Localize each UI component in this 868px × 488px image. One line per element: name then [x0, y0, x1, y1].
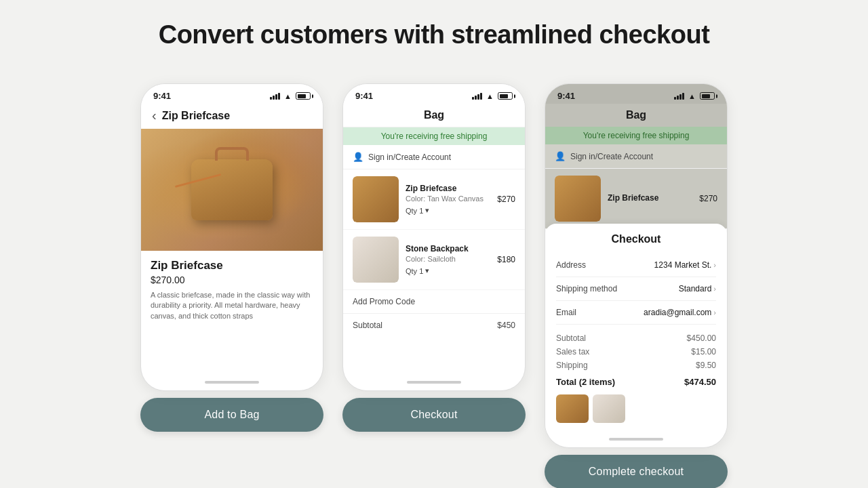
item-color-2: Color: Sailcloth [406, 255, 490, 263]
tax-value: $15.00 [691, 347, 716, 357]
promo-code-row[interactable]: Add Promo Code [343, 290, 525, 314]
bag-title: Bag [353, 109, 515, 121]
item-img-2 [353, 237, 399, 283]
total-value: $474.50 [684, 377, 716, 387]
free-shipping-banner-3: You're receiving free shipping [545, 127, 727, 144]
total-label: Total (2 items) [556, 377, 615, 387]
phone2-wrapper: 9:41 ▲ Bag You're receiving free shippi [342, 83, 526, 434]
item-name-1: Zip Briefcase [406, 184, 490, 193]
thumb-back-img [593, 394, 625, 423]
subtotal-row-2: Subtotal $450 [343, 314, 525, 337]
item-name-2: Stone Backpack [406, 244, 490, 253]
item-price-1: $270 [497, 195, 515, 204]
bag-visual [141, 129, 323, 251]
email-label: Email [556, 308, 576, 317]
item-color-1: Color: Tan Wax Canvas [406, 195, 490, 203]
phone3-wrapper: 9:41 ▲ Bag [545, 83, 728, 488]
status-icons-3: ▲ [674, 92, 715, 100]
subtotal-value-2: $450 [497, 321, 515, 330]
phone3: 9:41 ▲ Bag [545, 83, 728, 448]
item-name-3: Zip Briefcase [608, 193, 692, 203]
shipping-cost-value: $9.50 [696, 361, 716, 370]
add-to-bag-button[interactable]: Add to Bag [140, 398, 323, 432]
status-bar-3: 9:41 ▲ [545, 84, 727, 104]
item-img-1 [353, 176, 399, 222]
nav-bar-1: ‹ Zip Briefcase [141, 104, 323, 129]
cta-area-1: Add to Bag [140, 391, 323, 434]
time-3: 9:41 [557, 91, 575, 101]
headline: Convert customers with streamlined check… [159, 20, 710, 49]
phone3-top-bg: 9:41 ▲ Bag [545, 84, 727, 229]
battery-icon-2 [498, 92, 513, 100]
item-price-3: $270 [699, 194, 717, 203]
shipping-method-value: Standard › [679, 284, 716, 293]
back-button-1[interactable]: ‹ [152, 108, 157, 123]
subtotal-summary-row: Subtotal $450.00 [556, 331, 716, 345]
cart-item-2: Stone Backpack Color: Sailcloth Qty 1 ▾ … [343, 230, 525, 290]
status-icons-1: ▲ [270, 92, 311, 100]
time-2: 9:41 [355, 91, 373, 101]
wifi-icon-3: ▲ [688, 92, 696, 100]
price-summary: Subtotal $450.00 Sales tax $15.00 Shippi… [556, 325, 716, 423]
checkout-title: Checkout [556, 233, 716, 245]
bag-title-bar-3: Bag [545, 104, 727, 127]
complete-checkout-button[interactable]: Complete checkout [545, 455, 728, 488]
bag-title-bar: Bag [343, 104, 525, 127]
sign-in-row-2[interactable]: 👤 Sign in/Create Account [343, 145, 525, 169]
home-indicator-1 [141, 375, 323, 390]
item-qty-2[interactable]: Qty 1 ▾ [406, 266, 490, 275]
bag-shape [191, 159, 273, 220]
email-chevron: › [713, 308, 716, 317]
item-price-2: $180 [497, 255, 515, 264]
signal-icon-1 [270, 93, 280, 100]
bag-title-3: Bag [555, 109, 717, 121]
address-row[interactable]: Address 1234 Market St. › [556, 253, 716, 277]
shipping-cost-label: Shipping [556, 361, 588, 370]
thumb-back [593, 394, 625, 423]
tax-label: Sales tax [556, 347, 589, 357]
item-thumbnails [556, 394, 716, 423]
time-1: 9:41 [153, 91, 171, 101]
shipping-method-label: Shipping method [556, 284, 617, 293]
wifi-icon-1: ▲ [284, 92, 292, 100]
item-qty-1[interactable]: Qty 1 ▾ [406, 206, 490, 215]
home-indicator-2 [343, 375, 525, 390]
cta-area-2: Checkout [342, 391, 526, 434]
shipping-chevron: › [713, 285, 716, 293]
checkout-overlay: Checkout Address 1234 Market St. › Shipp… [545, 224, 727, 432]
cta-area-3: Complete checkout [545, 448, 728, 488]
product-title-1: Zip Briefcase [162, 110, 230, 122]
product-price-1: $270.00 [151, 274, 313, 285]
bag-handle [215, 147, 249, 161]
subtotal-summary-value: $450.00 [687, 333, 716, 343]
total-row: Total (2 items) $474.50 [556, 375, 716, 389]
briefcase-thumb-3 [555, 176, 601, 222]
phone1-wrapper: 9:41 ▲ ‹ Zip Briefcase [140, 83, 323, 434]
item-img-3 [555, 176, 601, 222]
item-details-3: Zip Briefcase [608, 193, 692, 204]
address-value: 1234 Market St. › [654, 260, 716, 270]
email-row[interactable]: Email aradia@gmail.com › [556, 301, 716, 325]
cart-item-1: Zip Briefcase Color: Tan Wax Canvas Qty … [343, 169, 525, 230]
item-details-2: Stone Backpack Color: Sailcloth Qty 1 ▾ [406, 244, 490, 275]
shipping-method-row[interactable]: Shipping method Standard › [556, 277, 716, 301]
product-image-1 [141, 129, 323, 251]
cart-item-3-blurred: Zip Briefcase $270 [545, 169, 727, 229]
address-label: Address [556, 260, 586, 270]
sign-in-text-2: Sign in/Create Account [368, 152, 451, 162]
status-icons-2: ▲ [472, 92, 513, 100]
sign-in-row-3: 👤 Sign in/Create Account [545, 144, 727, 169]
battery-icon-1 [296, 92, 311, 100]
tax-row: Sales tax $15.00 [556, 345, 716, 359]
home-indicator-3 [545, 432, 727, 447]
product-name-1: Zip Briefcase [151, 259, 313, 272]
status-bar-1: 9:41 ▲ [141, 84, 323, 104]
subtotal-summary-label: Subtotal [556, 333, 586, 343]
signal-icon-2 [472, 93, 482, 100]
subtotal-label-2: Subtotal [353, 321, 382, 330]
signal-icon-3 [674, 93, 684, 100]
checkout-button[interactable]: Checkout [342, 398, 526, 432]
phone2: 9:41 ▲ Bag You're receiving free shippi [342, 83, 526, 391]
thumb-brief-img [556, 394, 589, 423]
address-chevron: › [713, 261, 716, 269]
